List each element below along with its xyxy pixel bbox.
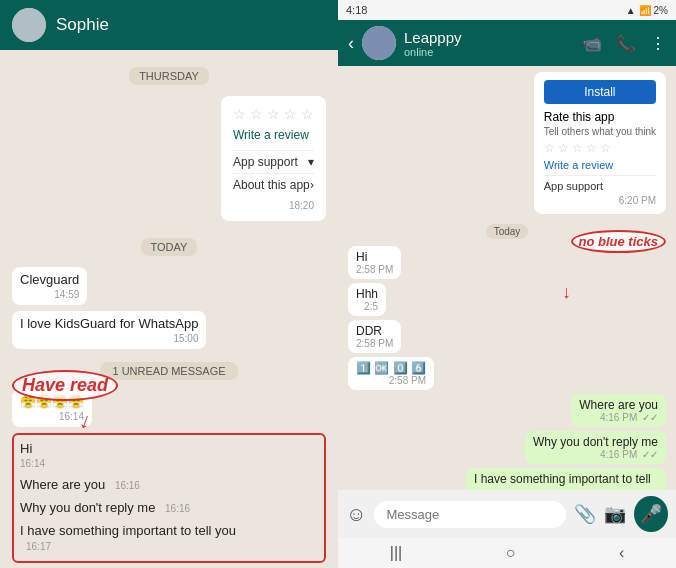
attach-icon[interactable]: 📎 xyxy=(574,503,596,525)
right-header-icons: 📹 📞 ⋮ xyxy=(582,34,666,53)
camera-icon[interactable]: 📷 xyxy=(604,503,626,525)
hi-time: 16:14 xyxy=(20,458,45,469)
signal-icon: 📶 xyxy=(639,5,651,16)
app-support-label: App support xyxy=(233,155,298,169)
right-star-3: ☆ xyxy=(572,141,583,155)
right-where-text: Where are you xyxy=(579,398,658,412)
right-hhh-msg: Hhh 2:5 xyxy=(348,283,386,316)
right-header: ‹ Leapppy online 📹 📞 ⋮ xyxy=(338,20,676,66)
message-input[interactable] xyxy=(374,501,566,528)
thursday-label: THURSDAY xyxy=(129,66,209,84)
today-label: TODAY xyxy=(141,237,198,255)
write-review-link[interactable]: Write a review xyxy=(233,128,314,142)
right-stickers-time: 2:58 PM xyxy=(356,375,426,386)
clevguard-time: 14:59 xyxy=(20,289,79,300)
right-important-text: I have something important to tell you xyxy=(474,472,651,490)
right-important-msg: I have something important to tell you 4… xyxy=(466,468,666,490)
more-options-icon[interactable]: ⋮ xyxy=(650,34,666,53)
where-ticks: ✓✓ xyxy=(642,412,658,423)
right-today-label: Today xyxy=(486,221,529,239)
left-contact-name: Sophie xyxy=(56,15,109,35)
nav-bar: ||| ○ ‹ xyxy=(338,538,676,568)
app-review-card: ☆ ☆ ☆ ☆ ☆ Write a review App support ▾ A… xyxy=(221,96,326,221)
right-contact-info: Leapppy online xyxy=(404,29,574,58)
star-3: ☆ xyxy=(267,106,280,122)
right-hi-text: Hi xyxy=(356,250,367,264)
status-icons: ▲ 📶 2% xyxy=(626,5,668,16)
rate-title: Rate this app xyxy=(544,110,656,124)
wifi-icon: ▲ xyxy=(626,5,636,16)
important-text: I have something important to tell you 1… xyxy=(20,523,240,553)
unread-label: 1 UNREAD MESSAGE xyxy=(100,361,237,379)
emoji-time: 16:14 xyxy=(20,411,84,422)
about-label: About this app xyxy=(233,178,310,192)
nav-back[interactable]: ‹ xyxy=(619,544,624,562)
why-text: Why you don't reply me 16:16 xyxy=(20,500,190,515)
right-hhh-time: 2:5 xyxy=(356,301,378,312)
status-time: 4:18 xyxy=(346,4,367,16)
hi-text: Hi xyxy=(20,441,45,456)
important-msg: I have something important to tell you 1… xyxy=(20,521,240,555)
right-star-1: ☆ xyxy=(544,141,555,155)
right-hi-time: 2:58 PM xyxy=(356,264,393,275)
why-ticks: ✓✓ xyxy=(642,449,658,460)
star-2: ☆ xyxy=(250,106,263,122)
right-stickers-msg: 1️⃣ 🆗 0️⃣ 6️⃣ 2:58 PM xyxy=(348,357,434,390)
no-blue-ticks-arrow: ↓ xyxy=(562,282,571,303)
no-blue-ticks-annotation: no blue ticks xyxy=(571,230,666,253)
chevron-down-icon: ▾ xyxy=(308,155,314,169)
have-read-annotation: Have read xyxy=(12,370,118,401)
rate-sub: Tell others what you think xyxy=(544,126,656,137)
right-star-2: ☆ xyxy=(558,141,569,155)
app-support-row: App support ▾ xyxy=(233,150,314,173)
left-header: Sophie xyxy=(0,0,338,50)
star-row: ☆ ☆ ☆ ☆ ☆ xyxy=(233,106,314,122)
mic-button[interactable]: 🎤 xyxy=(634,496,668,532)
right-ddr-time: 2:58 PM xyxy=(356,338,393,349)
app-about-row: About this app › xyxy=(233,173,314,196)
right-hi-msg: Hi 2:58 PM xyxy=(348,246,401,279)
love-msg: I love KidsGuard for WhatsApp 15:00 xyxy=(12,311,206,349)
why-msg: Why you don't reply me 16:16 xyxy=(20,498,190,517)
right-contact-name: Leapppy xyxy=(404,29,574,46)
right-write-review[interactable]: Write a review xyxy=(544,159,656,171)
clevguard-msg: Clevguard 14:59 xyxy=(12,267,87,305)
right-star-row: ☆ ☆ ☆ ☆ ☆ xyxy=(544,141,656,155)
clevguard-sender: Clevguard xyxy=(20,272,79,287)
right-where-msg: Where are you 4:16 PM ✓✓ xyxy=(571,394,666,427)
right-avatar xyxy=(362,26,396,60)
video-call-icon[interactable]: 📹 xyxy=(582,34,602,53)
status-bar: 4:18 ▲ 📶 2% xyxy=(338,0,676,20)
important-time: 16:17 xyxy=(26,541,51,552)
left-chat-area[interactable]: THURSDAY ☆ ☆ ☆ ☆ ☆ Write a review App su… xyxy=(0,50,338,568)
right-chat-area[interactable]: Install Rate this app Tell others what y… xyxy=(338,66,676,490)
highlighted-messages: Hi 16:14 Where are you 16:16 Why you don… xyxy=(12,433,326,563)
phone-call-icon[interactable]: 📞 xyxy=(616,34,636,53)
right-star-4: ☆ xyxy=(586,141,597,155)
right-ddr-msg: DDR 2:58 PM xyxy=(348,320,401,353)
right-where-time: 4:16 PM ✓✓ xyxy=(579,412,658,423)
right-stickers-text: 1️⃣ 🆗 0️⃣ 6️⃣ xyxy=(356,361,426,375)
left-panel: Sophie THURSDAY ☆ ☆ ☆ ☆ ☆ Write a review… xyxy=(0,0,338,568)
emoji-button[interactable]: ☺ xyxy=(346,503,366,526)
where-msg: Where are you 16:16 xyxy=(20,475,140,494)
battery-level: 2% xyxy=(654,5,668,16)
why-time: 16:16 xyxy=(165,503,190,514)
install-button[interactable]: Install xyxy=(544,80,656,104)
where-text: Where are you 16:16 xyxy=(20,477,140,492)
hi-msg: Hi 16:14 xyxy=(20,439,45,471)
right-star-5: ☆ xyxy=(600,141,611,155)
nav-home[interactable]: ○ xyxy=(506,544,516,562)
right-hhh-text: Hhh xyxy=(356,287,378,301)
avatar xyxy=(12,8,46,42)
right-app-card: Install Rate this app Tell others what y… xyxy=(534,72,666,214)
right-ddr-text: DDR xyxy=(356,324,382,338)
nav-recents[interactable]: ||| xyxy=(390,544,402,562)
back-button[interactable]: ‹ xyxy=(348,33,354,54)
love-text: I love KidsGuard for WhatsApp xyxy=(20,316,198,331)
right-app-support: App support xyxy=(544,175,656,192)
star-5: ☆ xyxy=(301,106,314,122)
right-why-text: Why you don't reply me xyxy=(533,435,658,449)
love-time: 15:00 xyxy=(20,333,198,344)
star-1: ☆ xyxy=(233,106,246,122)
